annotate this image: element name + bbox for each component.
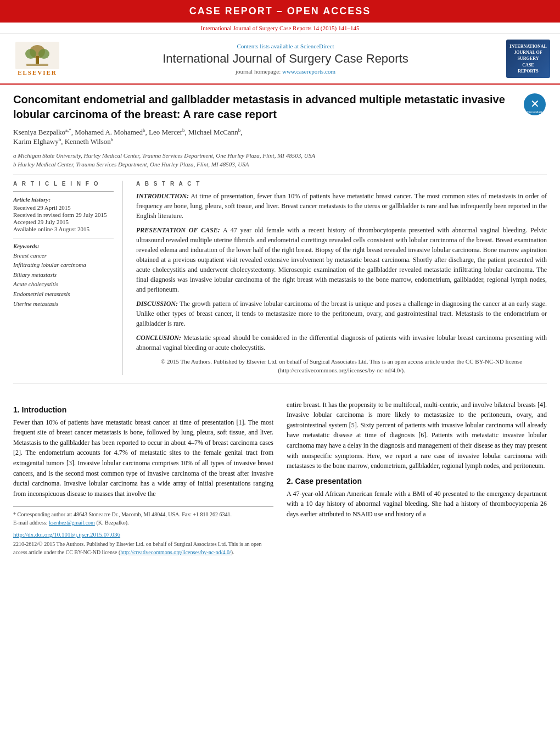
doi-footer-area: http://dx.doi.org/10.1016/j.ijscr.2015.0… [13, 531, 273, 556]
authors: Kseniya Bezpalkoa,*, Mohamed A. Mohamedb… [13, 127, 547, 147]
affiliation-a: a Michigan State University, Hurley Medi… [13, 151, 547, 160]
discussion-label: DISCUSSION: [136, 300, 178, 308]
journal-logo-right: INTERNATIONALJOURNAL OFSURGERYCASEREPORT… [506, 40, 550, 78]
available-date: Available online 3 August 2015 [13, 226, 114, 232]
case-para: A 47-year-old African American female wi… [287, 489, 547, 520]
svg-text:CrossMark: CrossMark [527, 110, 543, 114]
affiliations: a Michigan State University, Hurley Medi… [13, 151, 547, 169]
license-link[interactable]: http://creativecommons.org/licenses/by-n… [120, 549, 231, 555]
received-revised-date: Received in revised form 29 July 2015 [13, 211, 114, 218]
intro-para: Fewer than 10% of patients have metastat… [13, 417, 273, 499]
article-title-section: Concomitant endometrial and gallbladder … [13, 92, 547, 122]
conclusion-label: CONCLUSION: [136, 334, 181, 342]
contents-line: Contents lists available at ScienceDirec… [65, 43, 506, 49]
abstract-case: PRESENTATION OF CASE: A 47 year old fema… [136, 225, 547, 294]
divider [13, 175, 547, 175]
svg-rect-4 [36, 56, 39, 64]
discussion-text: The growth pattern of invasive lobular c… [136, 300, 547, 327]
article-info: A R T I C L E I N F O Article history: R… [13, 181, 123, 375]
abstract-discussion: DISCUSSION: The growth pattern of invasi… [136, 299, 547, 328]
svg-rect-5 [26, 64, 48, 66]
open-access-note: © 2015 The Authors. Published by Elsevie… [136, 357, 547, 375]
journal-title: International Journal of Surgery Case Re… [65, 52, 506, 66]
homepage-prefix: journal homepage: [236, 68, 282, 75]
accepted-date: Accepted 29 July 2015 [13, 219, 114, 225]
intro-label: INTRODUCTION: [136, 192, 189, 200]
svg-point-2 [25, 49, 36, 59]
keywords-section: Keywords: Breast cancerInfiltrating lobu… [13, 243, 114, 309]
journal-header: ELSEVIER Contents lists available at Sci… [0, 34, 560, 85]
open-access-text: © 2015 The Authors. Published by Elsevie… [161, 358, 522, 374]
svg-text:✕: ✕ [530, 98, 540, 110]
elsevier-label: ELSEVIER [18, 69, 57, 76]
article-body: Concomitant endometrial and gallbladder … [0, 85, 560, 394]
article-history: Article history: Received 29 April 2015 … [13, 196, 114, 232]
article-info-abstract: A R T I C L E I N F O Article history: R… [13, 181, 547, 375]
svg-point-3 [38, 49, 49, 59]
section-divider [13, 383, 547, 383]
case-heading: 2. Case presentation [287, 477, 547, 486]
case-text: A 47 year old female with a recent histo… [136, 226, 547, 293]
intro-right-para: entire breast. It has the propensity to … [287, 400, 547, 471]
doi-link[interactable]: http://dx.doi.org/10.1016/j.ijscr.2015.0… [13, 531, 273, 538]
case-report-banner: CASE REPORT – OPEN ACCESS [0, 0, 560, 23]
email-line: E-mail address: ksenhez@gmail.com (K. Be… [13, 518, 273, 527]
contents-prefix: Contents lists available at [237, 43, 300, 49]
history-label: Article history: [13, 196, 114, 203]
keywords-list: Breast cancerInfiltrating lobular carcin… [13, 251, 114, 309]
footer-note: 2210-2612/© 2015 The Authors. Published … [13, 540, 273, 556]
article-title: Concomitant endometrial and gallbladder … [13, 92, 523, 122]
elsevier-logo: ELSEVIER [10, 42, 65, 76]
main-content: 1. Introduction Fewer than 10% of patien… [0, 394, 560, 557]
email-label: E-mail address: [13, 520, 49, 526]
crossmark-icon: ✕ CrossMark [523, 92, 547, 116]
science-direct-link[interactable]: ScienceDirect [300, 43, 334, 49]
abstract-intro: INTRODUCTION: At time of presentation, f… [136, 191, 547, 221]
received-date: Received 29 April 2015 [13, 204, 114, 211]
journal-homepage: journal homepage: www.casereports.com [65, 68, 506, 75]
main-right: entire breast. It has the propensity to … [287, 400, 547, 557]
conclusion-text: Metastatic spread should be considered i… [136, 334, 547, 352]
email-suffix: (K. Bezpalko). [95, 520, 129, 526]
homepage-link[interactable]: www.casereports.com [282, 68, 335, 75]
elsevier-tree-icon [15, 42, 59, 69]
intro-text: At time of presentation, fewer than 10% … [136, 192, 547, 220]
journal-header-center: Contents lists available at ScienceDirec… [65, 43, 506, 75]
article-info-label: A R T I C L E I N F O [13, 181, 114, 187]
abstract-conclusion: CONCLUSION: Metastatic spread should be … [136, 333, 547, 353]
keywords-label: Keywords: [13, 243, 114, 249]
intro-heading: 1. Introduction [13, 405, 273, 414]
email-link[interactable]: ksenhez@gmail.com [49, 520, 95, 526]
corresponding-author: * Corresponding author at: 48643 Stoneac… [13, 510, 273, 518]
doi-bar: International Journal of Surgery Case Re… [0, 23, 560, 34]
abstract-col: A B S T R A C T INTRODUCTION: At time of… [136, 181, 547, 375]
abstract-label: A B S T R A C T [136, 181, 547, 187]
banner-text: CASE REPORT – OPEN ACCESS [189, 5, 371, 16]
footer-copyright-end: ). [231, 549, 234, 555]
footnote-area: * Corresponding author at: 48643 Stoneac… [13, 506, 273, 527]
affiliation-b: b Hurley Medical Center, Trauma Services… [13, 160, 547, 169]
case-label: PRESENTATION OF CASE: [136, 226, 220, 234]
two-col-main: 1. Introduction Fewer than 10% of patien… [13, 400, 547, 557]
main-left: 1. Introduction Fewer than 10% of patien… [13, 400, 273, 557]
doi-text: International Journal of Surgery Case Re… [201, 25, 360, 31]
